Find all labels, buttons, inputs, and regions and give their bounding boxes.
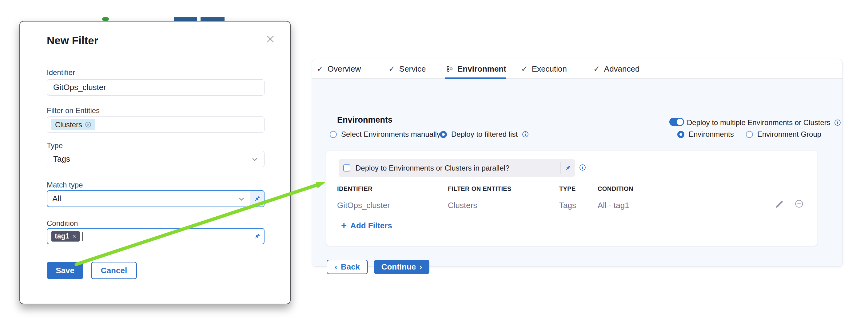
remove-tag-icon[interactable]: × [72,232,76,240]
parallel-checkbox[interactable] [343,164,350,171]
radio-label: Environments [689,130,734,139]
add-filters-label: Add Filters [350,221,392,230]
col-header-filter-on-entities: FILTER ON ENTITIES [448,185,512,192]
continue-button[interactable]: Continue › [374,260,429,274]
close-icon[interactable] [265,34,276,44]
check-icon: ✓ [593,64,600,74]
save-button[interactable]: Save [47,262,83,279]
tab-label: Advanced [604,64,640,74]
chevron-down-icon [238,195,245,202]
deploy-multiple-toggle-label-row: Deploy to multiple Environments or Clust… [687,118,841,127]
parallel-checkbox-label: Deploy to Environments or Clusters in pa… [355,164,560,172]
cancel-button[interactable]: Cancel [91,262,137,279]
pin-runtime-input-button[interactable] [250,229,264,244]
stage-tabbar: ✓ Overview ✓ Service Environment ✓ Execu… [312,59,842,79]
toggle-label: Deploy to multiple Environments or Clust… [687,118,831,127]
row-condition: All - tag1 [598,201,629,210]
identifier-label: Identifier [47,68,75,77]
match-type-value: All [52,194,61,203]
back-button[interactable]: ‹ Back [327,260,368,274]
chevron-left-icon: ‹ [335,263,337,271]
col-header-identifier: IDENTIFIER [337,185,372,192]
environment-section: Environments Select Environments manuall… [312,79,842,266]
tag1-chip-label: tag1 [55,232,69,240]
remove-chip-icon[interactable] [85,121,91,128]
background-fragment-blue-1 [174,17,197,21]
info-icon[interactable] [834,119,841,126]
tab-environment[interactable]: Environment [446,59,506,78]
edit-pencil-icon[interactable] [775,200,784,209]
clusters-chip[interactable]: Clusters [51,119,95,130]
environments-heading: Environments [337,115,393,125]
tab-service[interactable]: ✓ Service [389,59,426,78]
pin-runtime-input-button[interactable] [250,191,264,206]
page: New Filter Identifier GitOps_cluster Fil… [0,0,868,327]
deploy-multiple-toggle[interactable] [669,118,684,126]
toggle-knob [677,119,683,125]
pin-icon [254,233,260,240]
radio-label: Select Environments manually [341,130,440,139]
remove-minus-circle-icon[interactable] [795,199,804,208]
chevron-right-icon: › [420,263,422,271]
type-value: Tags [53,154,70,164]
radio-environment-group[interactable]: Environment Group [746,130,821,139]
parallel-deploy-bar: Deploy to Environments or Clusters in pa… [339,159,575,177]
check-icon: ✓ [317,64,323,74]
radio-environments[interactable]: Environments [677,130,734,139]
col-header-type: TYPE [559,185,576,192]
tab-label: Execution [532,64,567,74]
pin-icon [564,165,571,171]
tab-label: Service [399,64,426,74]
row-type: Tags [559,201,576,210]
text-cursor [83,232,83,241]
tab-advanced[interactable]: ✓ Advanced [593,59,640,78]
radio-label: Environment Group [757,130,821,139]
match-type-label: Match type [47,181,83,189]
filter-on-entities-input[interactable]: Clusters [47,117,265,133]
chevron-down-icon [251,156,258,163]
continue-button-label: Continue [381,262,416,272]
radio-label: Deploy to filtered list [451,130,518,139]
radio-select-environments-manually[interactable]: Select Environments manually [330,130,440,139]
radio-icon[interactable] [677,131,684,138]
radio-icon[interactable] [330,131,337,138]
background-fragment-green [102,17,109,21]
match-type-select[interactable]: All [47,190,265,207]
radio-deploy-to-filtered-list[interactable]: Deploy to filtered list [440,130,529,139]
condition-label: Condition [47,219,78,228]
new-filter-modal: New Filter Identifier GitOps_cluster Fil… [20,21,291,304]
cancel-button-label: Cancel [101,266,127,275]
tab-label: Overview [328,64,361,74]
clusters-chip-label: Clusters [55,121,82,129]
plus-icon: + [341,220,347,231]
radio-icon[interactable] [440,131,447,138]
info-icon[interactable] [579,164,586,171]
type-select[interactable]: Tags [47,151,265,167]
pin-icon [254,195,260,202]
add-filters-button[interactable]: + Add Filters [341,220,392,231]
tag1-chip[interactable]: tag1 × [51,231,80,241]
pipeline-stage-panel: ✓ Overview ✓ Service Environment ✓ Execu… [312,59,843,267]
tab-execution[interactable]: ✓ Execution [521,59,567,78]
tab-overview[interactable]: ✓ Overview [317,59,361,78]
radio-icon[interactable] [746,131,753,138]
check-icon: ✓ [389,64,395,74]
pin-runtime-input-button[interactable] [561,165,575,171]
modal-title: New Filter [47,34,98,47]
info-icon[interactable] [522,131,529,138]
filter-on-entities-label: Filter on Entities [47,106,100,115]
identifier-input[interactable]: GitOps_cluster [47,79,265,96]
type-label: Type [47,141,63,150]
back-button-label: Back [341,262,360,272]
check-icon: ✓ [521,64,528,74]
filtered-list-card: Deploy to Environments or Clusters in pa… [327,151,817,246]
row-filter-on-entities: Clusters [448,201,477,210]
identifier-value: GitOps_cluster [53,83,106,92]
background-fragment-blue-2 [200,17,224,21]
save-button-label: Save [56,266,74,275]
col-header-condition: CONDITION [598,185,633,192]
environment-icon [446,65,454,73]
condition-input[interactable]: tag1 × [47,228,265,244]
tab-label: Environment [457,64,506,74]
row-identifier: GitOps_cluster [337,201,390,210]
